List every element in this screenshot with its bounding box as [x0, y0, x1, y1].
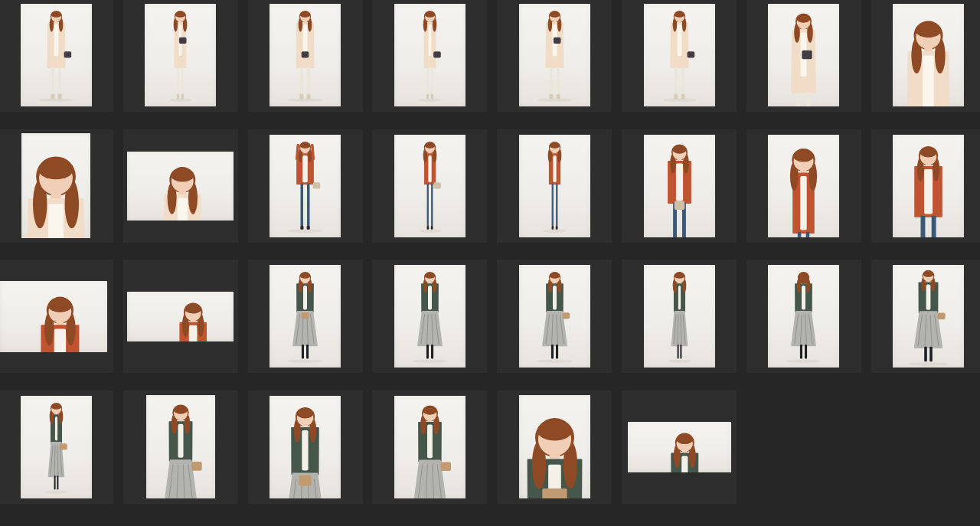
thumbnail-image	[519, 4, 590, 106]
photo-thumbnail[interactable]	[497, 260, 612, 373]
model-figure-graphic	[644, 4, 715, 106]
photo-thumbnail[interactable]	[248, 129, 363, 243]
model-figure-graphic	[127, 152, 234, 221]
photo-grid	[0, 0, 980, 526]
thumbnail-image	[394, 135, 466, 237]
photo-thumbnail[interactable]	[372, 260, 487, 373]
thumbnail-image	[893, 4, 964, 106]
model-figure-graphic	[146, 395, 215, 498]
thumbnail-image	[768, 265, 839, 368]
model-figure-graphic	[21, 133, 90, 238]
thumbnail-image	[644, 265, 715, 368]
model-figure-graphic	[893, 135, 964, 237]
model-figure-graphic	[893, 265, 964, 368]
photo-thumbnail[interactable]	[372, 129, 487, 243]
model-figure-graphic	[893, 4, 964, 106]
model-figure-graphic	[145, 4, 216, 106]
model-figure-graphic	[628, 422, 731, 472]
model-figure-graphic	[519, 265, 590, 368]
photo-thumbnail[interactable]	[0, 390, 113, 504]
model-figure-graphic	[21, 396, 92, 498]
photo-thumbnail[interactable]	[497, 129, 612, 243]
thumbnail-image	[270, 4, 341, 106]
photo-thumbnail[interactable]	[248, 0, 363, 112]
model-figure-graphic	[0, 281, 107, 352]
model-figure-graphic	[270, 4, 341, 106]
photo-thumbnail[interactable]	[871, 0, 980, 112]
photo-thumbnail[interactable]	[123, 129, 238, 243]
thumbnail-image	[145, 4, 216, 106]
photo-thumbnail[interactable]	[871, 260, 980, 373]
thumbnail-image	[21, 396, 92, 498]
photo-thumbnail[interactable]	[248, 260, 363, 373]
photo-thumbnail[interactable]	[622, 129, 737, 243]
photo-thumbnail[interactable]	[123, 390, 238, 504]
photo-thumbnail[interactable]	[372, 0, 487, 112]
thumbnail-image	[394, 265, 466, 368]
thumbnail-image	[893, 135, 964, 237]
model-figure-graphic	[21, 4, 92, 106]
photo-thumbnail[interactable]	[746, 129, 861, 243]
thumbnail-image	[519, 395, 590, 498]
photo-thumbnail[interactable]	[497, 0, 612, 112]
photo-thumbnail[interactable]	[0, 260, 113, 373]
model-figure-graphic	[644, 265, 715, 368]
thumbnail-image	[270, 396, 341, 498]
photo-thumbnail[interactable]	[622, 260, 737, 373]
model-figure-graphic	[644, 135, 715, 237]
model-figure-graphic	[768, 4, 839, 106]
model-figure-graphic	[519, 4, 590, 106]
photo-thumbnail[interactable]	[372, 390, 487, 504]
thumbnail-image	[893, 265, 964, 368]
thumbnail-image	[628, 422, 731, 472]
thumbnail-image	[394, 396, 466, 498]
thumbnail-image	[21, 133, 90, 238]
photo-thumbnail[interactable]	[497, 390, 612, 504]
model-figure-graphic	[394, 4, 466, 106]
thumbnail-image	[146, 395, 215, 498]
photo-thumbnail[interactable]	[871, 129, 980, 243]
thumbnail-image	[270, 265, 341, 368]
photo-thumbnail[interactable]	[123, 260, 238, 373]
model-figure-graphic	[768, 135, 839, 237]
thumbnail-image	[394, 4, 466, 106]
thumbnail-image	[644, 135, 715, 237]
thumbnail-image	[768, 4, 839, 106]
photo-thumbnail[interactable]	[248, 390, 363, 504]
model-figure-graphic	[270, 265, 341, 368]
thumbnail-image	[519, 265, 590, 368]
model-figure-graphic	[394, 135, 466, 237]
photo-thumbnail[interactable]	[0, 129, 113, 243]
photo-thumbnail[interactable]	[123, 0, 238, 112]
thumbnail-image	[127, 292, 234, 341]
model-figure-graphic	[519, 135, 590, 237]
thumbnail-image	[519, 135, 590, 237]
model-figure-graphic	[394, 265, 466, 368]
model-figure-graphic	[270, 135, 341, 237]
model-figure-graphic	[127, 292, 234, 341]
thumbnail-image	[21, 4, 92, 106]
thumbnail-image	[768, 135, 839, 237]
photo-thumbnail[interactable]	[622, 390, 737, 504]
photo-thumbnail[interactable]	[0, 0, 113, 112]
model-figure-graphic	[270, 396, 341, 498]
photo-thumbnail[interactable]	[746, 0, 861, 112]
thumbnail-image	[0, 281, 107, 352]
thumbnail-image	[127, 152, 234, 221]
thumbnail-image	[270, 135, 341, 237]
model-figure-graphic	[768, 265, 839, 368]
model-figure-graphic	[519, 395, 590, 498]
photo-thumbnail[interactable]	[746, 260, 861, 373]
thumbnail-image	[644, 4, 715, 106]
photo-thumbnail[interactable]	[622, 0, 737, 112]
model-figure-graphic	[394, 396, 466, 498]
